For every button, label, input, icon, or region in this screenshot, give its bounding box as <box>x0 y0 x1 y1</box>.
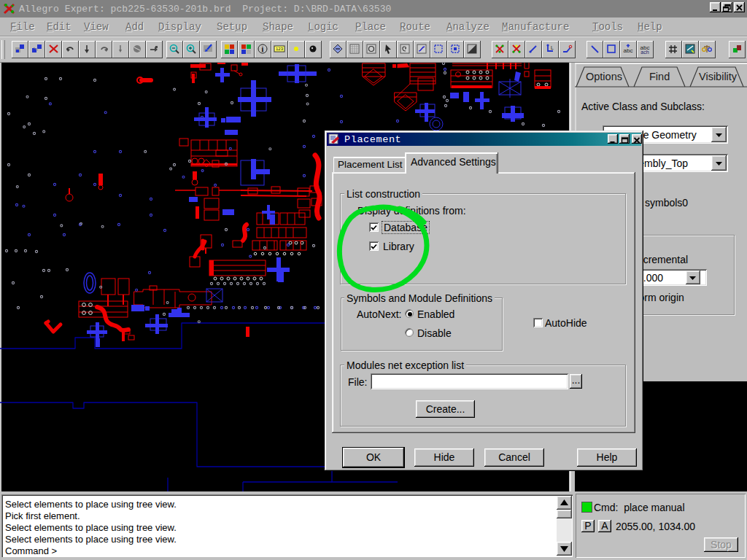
svg-text:i: i <box>262 45 264 53</box>
svg-text:L: L <box>551 45 554 50</box>
svg-text:123: 123 <box>276 47 284 51</box>
svg-text:abc: abc <box>624 47 633 54</box>
svg-text:Options: Options <box>586 71 622 82</box>
svg-text:ach: ach <box>640 50 649 55</box>
svg-text:Find: Find <box>649 71 670 82</box>
svg-text:Visibility: Visibility <box>699 71 738 82</box>
